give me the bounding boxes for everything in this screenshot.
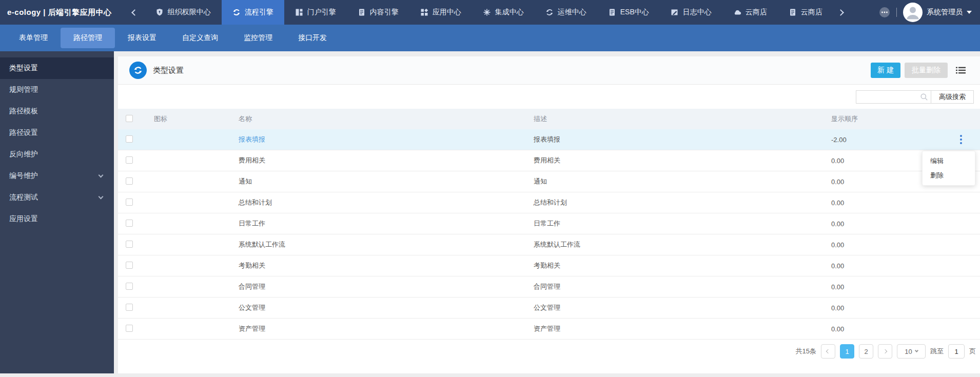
more-options-icon[interactable] <box>879 7 890 18</box>
search-group: 高级搜索 <box>856 90 974 104</box>
search-icon[interactable] <box>920 93 928 101</box>
row-checkbox[interactable] <box>126 283 133 290</box>
cell-name-link[interactable]: 报表填报 <box>239 135 265 143</box>
chevron-down-icon <box>99 194 104 200</box>
subnav-report-settings[interactable]: 报表设置 <box>115 28 169 48</box>
horizontal-scrollbar-track[interactable] <box>0 373 980 377</box>
user-menu[interactable]: 系统管理员 <box>903 3 972 22</box>
log-icon <box>671 8 679 16</box>
sync-icon <box>545 8 554 16</box>
pagination-next-button[interactable] <box>878 344 892 359</box>
pagination-prev-button[interactable] <box>821 344 835 359</box>
divider <box>896 8 897 17</box>
row-checkbox[interactable] <box>126 177 133 185</box>
chevron-right-icon <box>837 9 844 16</box>
sidebar-item-path-template[interactable]: 路径模板 <box>0 101 114 122</box>
pagination-page-2[interactable]: 2 <box>859 344 873 359</box>
cell-display-order: 0.00 <box>831 304 980 312</box>
top-nav-label: 流程引擎 <box>245 8 273 17</box>
table-row: 合同管理 合同管理 0.00 <box>118 276 980 297</box>
top-nav-label: 云商店 <box>746 8 767 17</box>
subnav-monitor-management[interactable]: 监控管理 <box>231 28 285 48</box>
integration-icon <box>483 8 491 16</box>
shield-icon <box>155 8 164 16</box>
top-nav-portal-engine[interactable]: 门户引擎 <box>284 0 347 25</box>
top-nav-log-center[interactable]: 日志中心 <box>660 0 722 25</box>
table-row: 考勤相关 考勤相关 0.00 <box>118 255 980 276</box>
top-nav-label: 日志中心 <box>683 8 712 17</box>
top-nav-cloud-store-2[interactable]: 云商店 <box>778 0 833 25</box>
row-actions-kebab-icon[interactable] <box>958 133 964 146</box>
pagination-total: 共15条 <box>796 347 816 356</box>
table-row: 公文管理 公文管理 0.00 <box>118 297 980 319</box>
top-nav-label: 组织权限中心 <box>168 8 211 17</box>
sidebar: 类型设置 规则管理 路径模板 路径设置 反向维护 编号维护 流程测试 应用设置 <box>0 51 114 373</box>
top-nav-content-engine[interactable]: 内容引擎 <box>347 0 409 25</box>
table-row: 系统默认工作流 系统默认工作流 0.00 <box>118 234 980 255</box>
top-nav-org-center[interactable]: 组织权限中心 <box>145 0 222 25</box>
subnav-label: 路径管理 <box>73 33 102 43</box>
nav-scroll-right-button[interactable] <box>835 7 847 18</box>
jump-page-input[interactable] <box>948 344 965 359</box>
subnav-form-management[interactable]: 表单管理 <box>6 28 61 48</box>
page-size-select[interactable]: 10 <box>897 344 926 359</box>
row-checkbox[interactable] <box>126 241 133 248</box>
top-nav-esb-center[interactable]: ESB中心 <box>597 0 660 25</box>
list-view-toggle[interactable] <box>956 66 966 74</box>
batch-delete-button[interactable]: 批量删除 <box>905 63 948 78</box>
cell-display-order: 0.00 <box>831 283 980 291</box>
top-nav-app-center[interactable]: 应用中心 <box>409 0 472 25</box>
top-nav-ops-center[interactable]: 运维中心 <box>535 0 597 25</box>
cloud-icon <box>733 8 741 16</box>
new-button[interactable]: 新 建 <box>871 63 900 78</box>
row-checkbox[interactable] <box>126 156 133 164</box>
table-body: 报表填报 报表填报 -2.00 费用相关 费用相关 0.00 通知 通知 0.0… <box>118 129 980 340</box>
sidebar-item-app-settings[interactable]: 应用设置 <box>0 208 114 230</box>
list-icon <box>956 66 966 74</box>
row-checkbox[interactable] <box>126 220 133 227</box>
subnav-path-management[interactable]: 路径管理 <box>61 28 115 48</box>
page-title: 类型设置 <box>153 66 184 75</box>
top-nav-label: 集成中心 <box>495 8 524 17</box>
sidebar-item-reverse-maintenance[interactable]: 反向维护 <box>0 144 114 165</box>
select-all-checkbox[interactable] <box>126 115 133 122</box>
subnav-custom-query[interactable]: 自定义查询 <box>169 28 231 48</box>
sidebar-item-label: 反向维护 <box>9 150 38 159</box>
nav-scroll-left-button[interactable] <box>129 7 141 18</box>
subnav-label: 接口开发 <box>298 33 327 43</box>
subnav-label: 自定义查询 <box>182 33 218 43</box>
top-nav-workflow-engine[interactable]: 流程引擎 <box>222 0 284 25</box>
row-context-menu: 编辑 删除 <box>922 151 975 186</box>
sidebar-item-path-settings[interactable]: 路径设置 <box>0 122 114 144</box>
cell-description: 报表填报 <box>534 135 831 144</box>
document-icon <box>358 8 366 16</box>
page-unit-label: 页 <box>969 347 976 356</box>
pagination-page-1[interactable]: 1 <box>840 344 854 359</box>
sidebar-item-type-settings[interactable]: 类型设置 <box>0 57 114 79</box>
sidebar-item-label: 流程测试 <box>9 193 38 202</box>
menu-item-delete[interactable]: 删除 <box>923 168 975 183</box>
chevron-down-icon <box>99 173 104 178</box>
row-checkbox[interactable] <box>126 262 133 269</box>
row-checkbox[interactable] <box>126 304 133 311</box>
chevron-left-icon <box>131 9 138 16</box>
top-nav-label: 门户引擎 <box>307 8 336 17</box>
cell-display-order: 0.00 <box>831 241 980 249</box>
menu-item-edit[interactable]: 编辑 <box>923 154 975 168</box>
row-checkbox[interactable] <box>126 325 133 332</box>
search-input-wrap <box>856 90 931 104</box>
avatar <box>903 3 923 22</box>
sidebar-item-label: 路径模板 <box>9 107 38 116</box>
sidebar-item-workflow-test[interactable]: 流程测试 <box>0 187 114 208</box>
module-subnav: 表单管理 路径管理 报表设置 自定义查询 监控管理 接口开发 <box>0 25 980 51</box>
cell-name: 费用相关 <box>239 156 534 165</box>
top-nav-integration-center[interactable]: 集成中心 <box>472 0 535 25</box>
row-checkbox[interactable] <box>126 199 133 206</box>
sidebar-item-label: 应用设置 <box>9 214 38 224</box>
subnav-api-development[interactable]: 接口开发 <box>285 28 340 48</box>
advanced-search-button[interactable]: 高级搜索 <box>931 90 974 104</box>
sidebar-item-number-maintenance[interactable]: 编号维护 <box>0 165 114 187</box>
row-checkbox[interactable] <box>126 135 133 143</box>
top-nav-cloud-store-1[interactable]: 云商店 <box>722 0 778 25</box>
sidebar-item-rule-management[interactable]: 规则管理 <box>0 79 114 101</box>
